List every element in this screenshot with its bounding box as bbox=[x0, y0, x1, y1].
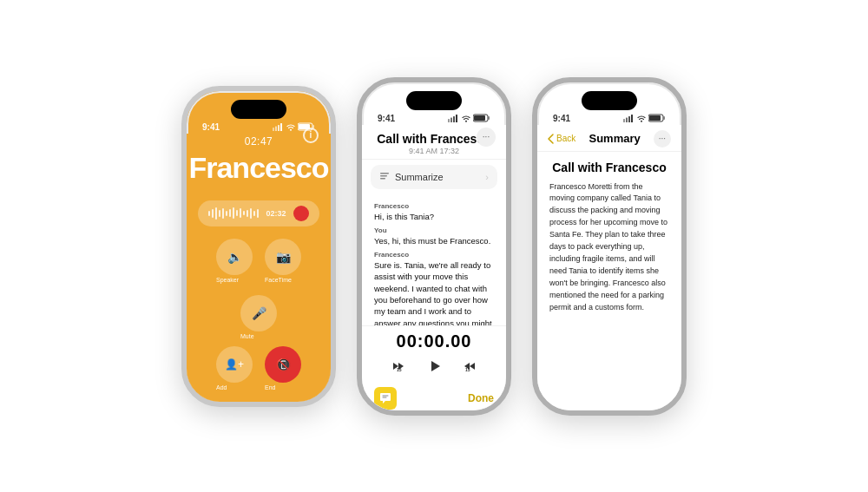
rewind-icon: 15 bbox=[390, 358, 407, 375]
summary-content: Call with Francesco Francesco Moretti fr… bbox=[537, 152, 681, 415]
transcript-item-1: You Yes, hi, this must be Francesco. bbox=[374, 226, 494, 246]
summary-call-title: Call with Francesco bbox=[549, 161, 669, 174]
speaker-1: You bbox=[374, 226, 494, 234]
more-options-button[interactable]: ··· bbox=[477, 128, 496, 147]
svg-rect-46 bbox=[664, 116, 666, 120]
transcript-item-0: Francesco Hi, is this Tania? bbox=[374, 202, 494, 222]
svg-point-4 bbox=[290, 128, 292, 130]
add-button[interactable]: 👤+ Add bbox=[216, 346, 253, 390]
svg-rect-33 bbox=[489, 116, 490, 120]
info-button[interactable]: i bbox=[303, 128, 319, 143]
svg-rect-1 bbox=[275, 126, 277, 131]
svg-rect-35 bbox=[380, 173, 389, 174]
play-button[interactable] bbox=[424, 357, 444, 380]
svg-rect-41 bbox=[626, 117, 628, 122]
status-bar-2: 9:41 bbox=[362, 110, 506, 125]
svg-rect-28 bbox=[450, 117, 452, 122]
lines-icon bbox=[379, 171, 390, 181]
mute-button[interactable]: 🎤 Mute bbox=[240, 295, 277, 339]
summarize-button[interactable]: Summarize › bbox=[371, 165, 497, 189]
summary-screen: Back Summary ··· Call with Francesco Fra… bbox=[537, 125, 681, 415]
svg-rect-37 bbox=[380, 178, 385, 180]
call-header-subtitle: 9:41 AM 17:32 bbox=[376, 147, 492, 155]
transcript-area: Francesco Hi, is this Tania? You Yes, hi… bbox=[362, 194, 506, 325]
text-0: Hi, is this Tania? bbox=[374, 211, 494, 222]
playback-area: 00:00.00 15 bbox=[362, 325, 506, 384]
back-button[interactable]: Back bbox=[548, 134, 575, 144]
svg-rect-30 bbox=[456, 115, 457, 122]
svg-rect-34 bbox=[474, 115, 485, 121]
audio-waveform: 02:32 bbox=[198, 200, 319, 226]
signal-icon bbox=[273, 123, 284, 131]
call-controls: 🔈 Speaker 📷 FaceTime 🎤 Mute bbox=[197, 239, 320, 339]
forward-button[interactable]: 15 bbox=[461, 358, 478, 378]
text-2: Sure is. Tania, we're all ready to assis… bbox=[374, 259, 494, 325]
dynamic-island-3 bbox=[582, 91, 637, 110]
forward-icon: 15 bbox=[461, 358, 478, 375]
call-screen: i 02:47 Francesco bbox=[187, 134, 331, 406]
done-button[interactable]: Done bbox=[468, 392, 494, 404]
keypad-button[interactable]: ⌨ Keypad bbox=[240, 403, 277, 407]
wifi-icon-3 bbox=[637, 115, 646, 122]
summarize-arrow: › bbox=[485, 172, 489, 182]
end-call-button[interactable]: 📵 End bbox=[265, 346, 301, 390]
call-duration: 02:47 bbox=[245, 135, 273, 148]
svg-rect-29 bbox=[453, 116, 455, 122]
transcript-screen: Call with Francesco 9:41 AM 17:32 ··· Su… bbox=[362, 125, 506, 415]
svg-rect-36 bbox=[380, 175, 387, 177]
record-button[interactable] bbox=[293, 206, 309, 221]
play-icon bbox=[424, 357, 444, 376]
phones-container: 9:41 bbox=[164, 60, 704, 433]
svg-text:15: 15 bbox=[465, 367, 470, 372]
svg-rect-27 bbox=[448, 119, 450, 122]
svg-rect-47 bbox=[649, 115, 661, 121]
facetime-button[interactable]: 📷 FaceTime bbox=[265, 239, 301, 283]
text-1: Yes, hi, this must be Francesco. bbox=[374, 235, 494, 246]
phone-active-call: 9:41 bbox=[181, 86, 336, 407]
call-controls-row2: 👤+ Add 📵 End ⌨ Keypad bbox=[197, 346, 320, 407]
battery-icon-3 bbox=[648, 114, 666, 122]
signal-icon-2 bbox=[448, 115, 459, 122]
chat-bubble-icon[interactable] bbox=[374, 387, 397, 410]
transcript-item-2: Francesco Sure is. Tania, we're all read… bbox=[374, 251, 494, 325]
status-icons-3 bbox=[623, 114, 666, 122]
svg-rect-3 bbox=[280, 123, 282, 131]
svg-point-44 bbox=[641, 120, 642, 121]
playback-controls: 15 15 bbox=[362, 357, 506, 380]
back-label: Back bbox=[556, 134, 575, 143]
playback-time: 00:00.00 bbox=[362, 331, 506, 351]
svg-point-31 bbox=[465, 120, 467, 121]
svg-rect-43 bbox=[631, 115, 633, 122]
status-icons-2 bbox=[448, 114, 490, 122]
svg-rect-0 bbox=[273, 128, 274, 131]
phone2-bottom-bar: Done bbox=[362, 384, 506, 415]
summary-header: Back Summary ··· bbox=[537, 125, 681, 152]
status-time-3: 9:41 bbox=[553, 114, 570, 123]
wifi-icon bbox=[286, 123, 295, 131]
svg-rect-2 bbox=[278, 125, 279, 131]
summarize-icon bbox=[379, 171, 390, 183]
wifi-icon-2 bbox=[462, 115, 470, 122]
summary-more-button[interactable]: ··· bbox=[654, 130, 671, 148]
dynamic-island-2 bbox=[406, 91, 462, 110]
battery-icon-2 bbox=[473, 114, 490, 122]
svg-rect-42 bbox=[628, 116, 630, 122]
dynamic-island bbox=[231, 100, 286, 119]
status-time-2: 9:41 bbox=[378, 114, 395, 123]
call-header-title: Call with Francesco bbox=[376, 132, 492, 146]
summary-text: Francesco Moretti from the moving compan… bbox=[549, 181, 669, 314]
rewind-button[interactable]: 15 bbox=[390, 358, 407, 378]
svg-rect-40 bbox=[623, 119, 625, 122]
phone-transcript: 9:41 bbox=[357, 77, 511, 416]
speaker-0: Francesco bbox=[374, 202, 494, 210]
phone-summary: 9:41 bbox=[532, 77, 687, 416]
svg-text:15: 15 bbox=[397, 367, 402, 372]
speaker-button[interactable]: 🔈 Speaker bbox=[216, 239, 253, 283]
caller-name: Francesco bbox=[188, 151, 328, 185]
chat-icon-svg bbox=[378, 392, 392, 404]
status-time-1: 9:41 bbox=[202, 122, 220, 132]
signal-icon-3 bbox=[623, 115, 635, 122]
chevron-left-icon bbox=[548, 134, 555, 144]
call-timer: 02:32 bbox=[266, 209, 286, 218]
waveform-bars bbox=[208, 207, 259, 220]
